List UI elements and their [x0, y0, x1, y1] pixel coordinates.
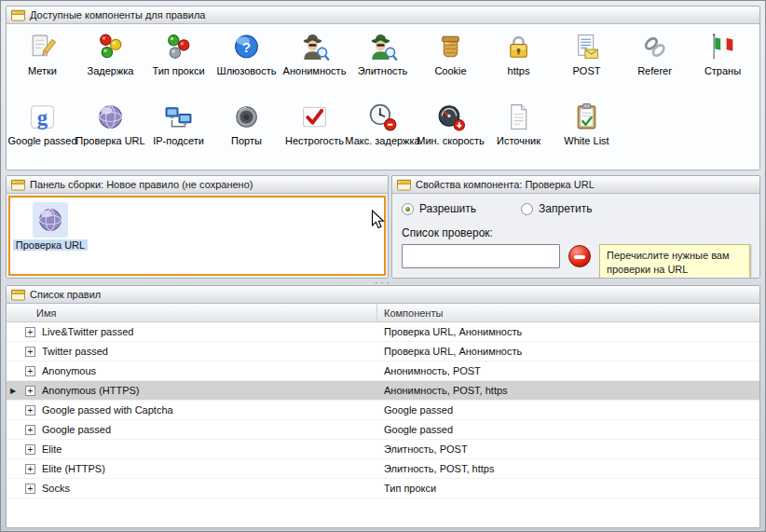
splitter-dots: ··· — [375, 280, 392, 284]
rule-row[interactable]: +SocksТип прокси — [7, 479, 759, 498]
horizontal-splitter[interactable]: ··· — [6, 279, 760, 285]
svg-text:g: g — [37, 106, 48, 130]
expand-icon[interactable]: + — [25, 444, 35, 455]
component-item[interactable]: Тип прокси — [144, 27, 212, 97]
hint-tooltip: Перечислите нужные вам проверки на URL — [599, 244, 750, 279]
network-icon — [163, 102, 194, 132]
whitelist-clipboard-icon — [571, 102, 602, 132]
component-item[interactable]: Порты — [212, 97, 280, 167]
component-label: Проверка URL — [75, 135, 144, 146]
panel-icon — [11, 179, 25, 191]
rules-table: Имя Компоненты +Live&Twitter passedПрове… — [7, 304, 759, 527]
expand-icon[interactable]: + — [25, 386, 35, 396]
expand-icon[interactable]: + — [25, 327, 35, 337]
min-speed-gauge-icon — [435, 102, 466, 132]
assembly-content: Проверка URL — [7, 194, 388, 278]
components-grid: МеткиЗадержкаТип прокси?ШлюзовостьАноним… — [7, 24, 759, 170]
component-item[interactable]: Referer — [621, 27, 689, 97]
component-label: POST — [573, 65, 601, 76]
component-item[interactable]: Задержка — [76, 27, 144, 97]
component-label: Задержка — [88, 65, 134, 76]
ports-icon — [231, 102, 262, 132]
component-label: Метки — [28, 65, 57, 76]
components-panel-header: Доступные компоненты для правила — [7, 7, 759, 24]
svg-text:?: ? — [242, 39, 251, 55]
check-list-row: Перечислите нужные вам проверки на URL — [402, 244, 750, 279]
rule-row[interactable]: +Google passed with CaptchaGoogle passed — [7, 401, 759, 420]
assembly-panel-header: Панель сборки: Новое правило (не сохране… — [7, 176, 388, 194]
expand-icon[interactable]: + — [25, 484, 35, 494]
component-label: Cookie — [434, 65, 466, 76]
component-label: https — [508, 65, 530, 76]
component-label: Страны — [704, 65, 741, 76]
rule-components: Анонимность, POST — [377, 365, 759, 376]
red-check-icon — [299, 102, 330, 132]
components-column-header[interactable]: Компоненты — [377, 304, 759, 321]
component-label: Google passed — [8, 135, 77, 146]
rule-row[interactable]: +Google passedGoogle passed — [7, 420, 759, 440]
component-item[interactable]: Cookie — [417, 27, 485, 97]
row-marker: ▶ — [7, 387, 20, 395]
component-item[interactable]: Анонимность — [280, 27, 349, 97]
assembly-component-url-check[interactable]: Проверка URL — [17, 202, 84, 251]
component-label: Порты — [231, 135, 262, 146]
assembly-component-label: Проверка URL — [13, 239, 88, 251]
rules-panel-title: Список правил — [30, 289, 101, 300]
components-panel: Доступные компоненты для правила МеткиЗа… — [6, 6, 760, 171]
rule-name-cell: +Anonymous (HTTPS) — [20, 385, 377, 396]
component-label: Элитность — [358, 65, 408, 76]
flag-icon — [707, 32, 738, 62]
rule-name: Google passed — [42, 424, 111, 435]
expand-icon[interactable]: + — [25, 464, 35, 474]
expand-icon[interactable]: + — [25, 425, 35, 435]
gateway-globe-icon: ? — [231, 32, 262, 62]
rule-row[interactable]: +Twitter passedПроверка URL, Анонимность — [7, 342, 759, 361]
post-document-icon — [571, 32, 602, 62]
deny-radio[interactable]: Запретить — [521, 202, 592, 215]
tag-icon — [27, 32, 58, 62]
component-item[interactable]: Элитность — [349, 27, 417, 97]
rule-row[interactable]: ▶+Anonymous (HTTPS)Анонимность, POST, ht… — [7, 381, 759, 401]
spy-icon — [299, 32, 330, 62]
component-item[interactable]: Нестрогость — [280, 97, 349, 167]
rule-row[interactable]: +Live&Twitter passedПроверка URL, Аноним… — [7, 322, 759, 342]
component-label: Мин. скорость — [417, 135, 485, 146]
component-label: Источник — [497, 135, 540, 146]
component-item[interactable]: Метки — [8, 27, 76, 97]
rules-table-header: Имя Компоненты — [7, 304, 759, 322]
rule-name: Anonymous — [42, 365, 96, 376]
rule-name-cell: +Twitter passed — [20, 346, 377, 357]
assembly-canvas[interactable]: Проверка URL — [8, 196, 386, 276]
cookie-jar-icon — [435, 32, 466, 62]
name-column-header[interactable]: Имя — [20, 304, 377, 321]
component-item[interactable]: Макс. задержка — [349, 97, 417, 167]
properties-panel: Свойства компонента: Проверка URL Разреш… — [391, 175, 760, 279]
component-item[interactable]: White List — [553, 97, 621, 167]
component-item[interactable]: Источник — [485, 97, 553, 167]
expand-icon[interactable]: + — [25, 347, 35, 357]
rule-row[interactable]: +EliteЭлитность, POST — [7, 440, 759, 459]
component-item[interactable]: ?Шлюзовость — [212, 27, 280, 97]
rule-name: Elite (HTTPS) — [42, 463, 105, 474]
remove-button[interactable] — [568, 245, 591, 267]
rule-name: Anonymous (HTTPS) — [42, 385, 140, 396]
component-item[interactable]: Проверка URL — [76, 97, 144, 167]
google-icon: g — [27, 102, 58, 132]
rule-name: Elite — [42, 443, 62, 455]
components-panel-title: Доступные компоненты для правила — [30, 9, 206, 20]
component-item[interactable]: https — [485, 27, 553, 97]
traffic-light-icon — [95, 32, 126, 62]
component-item[interactable]: IP-подсети — [144, 97, 212, 167]
rule-row[interactable]: +AnonymousАнонимность, POST — [7, 361, 759, 381]
expand-icon[interactable]: + — [25, 405, 35, 416]
component-item[interactable]: gGoogle passed — [8, 97, 76, 167]
expand-icon[interactable]: + — [25, 366, 35, 376]
check-list-input[interactable] — [402, 244, 560, 268]
component-item[interactable]: Мин. скорость — [417, 97, 485, 167]
allow-radio[interactable]: Разрешить — [402, 202, 476, 215]
allow-radio-dot — [402, 203, 414, 215]
panel-icon — [11, 289, 25, 301]
rule-row[interactable]: +Elite (HTTPS)Элитность, POST, https — [7, 459, 759, 479]
component-item[interactable]: Страны — [689, 27, 757, 97]
component-item[interactable]: POST — [553, 27, 621, 97]
